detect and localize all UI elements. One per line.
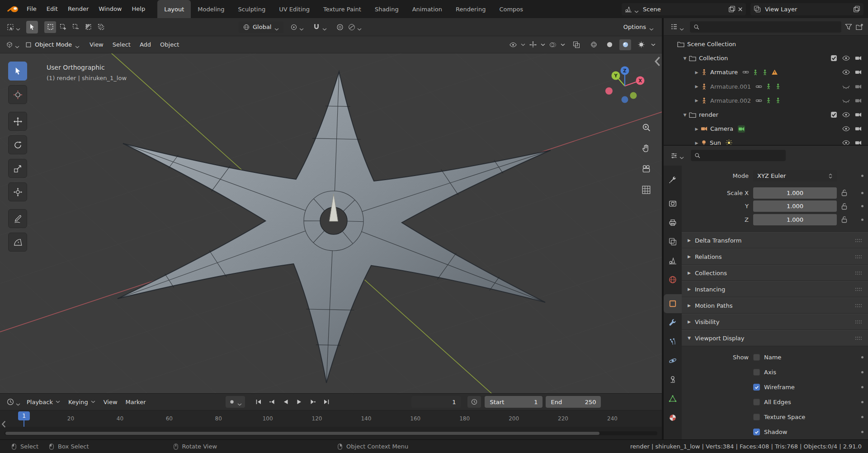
shading-rendered-icon[interactable] <box>635 39 647 50</box>
camera-dim-toggle-icon[interactable] <box>855 83 862 90</box>
checkbox-all-edges[interactable] <box>753 399 760 405</box>
timeline-menu-view[interactable]: View <box>99 399 122 405</box>
timeline-ruler[interactable]: 1 20406080100120140160180200220240 <box>0 410 662 427</box>
region-collapse-icon[interactable] <box>1 420 6 426</box>
panel-grip-icon[interactable] <box>855 238 862 243</box>
snap-toggle[interactable] <box>311 21 322 33</box>
checkbox-shadow[interactable] <box>753 429 760 435</box>
snap-dropdown-chevron-icon[interactable] <box>322 25 327 29</box>
disclosure-open-icon[interactable]: ▼ <box>681 56 689 61</box>
outliner-row-sun[interactable]: ▶Sun <box>664 136 868 144</box>
timeline-menu-playback[interactable]: Playback <box>23 399 64 405</box>
select-mode-subtract[interactable] <box>70 21 81 33</box>
eye-closed-toggle-icon[interactable] <box>842 83 850 91</box>
workspace-tab-shading[interactable]: Shading <box>368 0 406 18</box>
menu-help[interactable]: Help <box>127 0 151 18</box>
properties-editor-type-dropdown[interactable] <box>668 149 686 162</box>
disclosure-open-icon[interactable]: ▼ <box>681 113 689 117</box>
panel-header-motion-paths[interactable]: ▶Motion Paths <box>682 297 868 314</box>
disclosure-closed-icon[interactable]: ▶ <box>693 98 701 103</box>
animate-dot[interactable] <box>861 386 863 388</box>
current-frame-field[interactable]: 1 <box>411 396 461 408</box>
eye-toggle-icon[interactable] <box>842 111 850 119</box>
workspace-tab-modeling[interactable]: Modeling <box>191 0 231 18</box>
active-tool-dropdown[interactable] <box>5 21 23 33</box>
xray-toggle-icon[interactable] <box>573 41 580 48</box>
outliner-row-scene collection[interactable]: Scene Collection <box>664 37 868 51</box>
frame-start-field[interactable]: Start 1 <box>485 396 542 408</box>
current-frame-marker[interactable]: 1 <box>18 411 30 420</box>
shading-solid-icon[interactable] <box>604 39 615 50</box>
panel-grip-icon[interactable] <box>855 320 862 324</box>
animate-dot[interactable] <box>861 371 863 373</box>
camera-dim-toggle-icon[interactable] <box>855 97 862 104</box>
lock-open-icon[interactable] <box>841 203 848 210</box>
auto-keying-button[interactable] <box>226 396 245 408</box>
camera-toggle-icon[interactable] <box>855 139 862 144</box>
eye-toggle-icon[interactable] <box>842 54 850 62</box>
lock-open-icon[interactable] <box>841 216 848 223</box>
interaction-mode-dropdown[interactable]: Object Mode <box>22 41 83 48</box>
rotation-mode-dropdown[interactable]: XYZ Euler <box>753 170 837 181</box>
scale-value-field[interactable]: 1.000 <box>753 214 837 225</box>
eye-toggle-icon[interactable] <box>842 125 850 133</box>
pan-button[interactable] <box>640 142 652 154</box>
tool-transform[interactable] <box>8 182 27 201</box>
timeline-scrollbar[interactable] <box>5 431 657 435</box>
select-mode-extend[interactable] <box>57 21 69 33</box>
eye-toggle-icon[interactable] <box>842 68 850 76</box>
shading-material-preview-icon[interactable] <box>619 39 631 50</box>
workspace-tab-texture-paint[interactable]: Texture Paint <box>316 0 368 18</box>
viewport-menu-object[interactable]: Object <box>156 41 184 48</box>
viewport-menu-add[interactable]: Add <box>135 41 156 48</box>
animate-dot[interactable] <box>861 431 863 433</box>
properties-tab-modifiers[interactable] <box>664 313 682 332</box>
blender-logo-icon[interactable] <box>7 5 19 13</box>
tool-measure[interactable] <box>8 233 27 252</box>
menu-window[interactable]: Window <box>94 0 127 18</box>
camera-toggle-icon[interactable] <box>855 69 862 76</box>
properties-tab-object[interactable] <box>664 294 682 313</box>
new-collection-icon[interactable] <box>856 23 863 31</box>
menu-edit[interactable]: Edit <box>42 0 63 18</box>
panel-grip-icon[interactable] <box>855 287 862 291</box>
visibility-dropdown-icon[interactable] <box>509 41 517 48</box>
properties-tab-view-layer[interactable] <box>664 232 682 251</box>
viewport-menu-view[interactable]: View <box>85 41 108 48</box>
outliner-row-collection[interactable]: ▼Collection <box>664 51 868 65</box>
options-dropdown[interactable]: Options <box>620 24 657 30</box>
active-tool-button[interactable] <box>26 21 38 33</box>
jump-to-start-button[interactable] <box>252 396 264 408</box>
checkbox-wireframe[interactable] <box>753 384 760 391</box>
properties-search[interactable] <box>691 150 786 161</box>
panel-grip-icon[interactable] <box>855 304 862 308</box>
outliner-row-render[interactable]: ▼render <box>664 108 868 122</box>
disclosure-closed-icon[interactable]: ▶ <box>693 141 701 145</box>
eye-toggle-icon[interactable] <box>842 139 850 144</box>
animate-dot[interactable] <box>861 219 863 221</box>
jump-to-end-button[interactable] <box>320 396 332 408</box>
workspace-tab-sculpting[interactable]: Sculpting <box>231 0 272 18</box>
properties-tab-world[interactable] <box>664 270 682 289</box>
tool-cursor[interactable] <box>8 85 27 104</box>
properties-tab-object-data[interactable] <box>664 389 682 408</box>
camera-view-button[interactable] <box>640 163 652 175</box>
panel-grip-icon[interactable] <box>855 255 862 259</box>
outliner-row-camera[interactable]: ▶Camera <box>664 122 868 136</box>
disclosure-closed-icon[interactable]: ▶ <box>693 70 701 75</box>
workspace-tab-rendering[interactable]: Rendering <box>449 0 492 18</box>
panel-header-instancing[interactable]: ▶Instancing <box>682 281 868 297</box>
animate-dot[interactable] <box>861 401 863 403</box>
shading-wireframe-icon[interactable] <box>588 39 599 50</box>
panel-header-relations[interactable]: ▶Relations <box>682 248 868 265</box>
properties-tab-scene[interactable] <box>664 251 682 270</box>
properties-tab-constraints[interactable] <box>664 370 682 389</box>
transform-orientation-dropdown[interactable]: Global <box>239 21 283 33</box>
camera-toggle-icon[interactable] <box>855 55 862 62</box>
properties-tab-render[interactable] <box>664 194 682 213</box>
chevron-down-icon[interactable] <box>651 43 656 47</box>
viewport-3d[interactable]: User Orthographic (1) render | shiruken_… <box>0 53 662 393</box>
properties-tab-physics[interactable] <box>664 351 682 370</box>
checkbox-texture-space[interactable] <box>753 414 760 420</box>
animate-dot[interactable] <box>861 205 863 207</box>
